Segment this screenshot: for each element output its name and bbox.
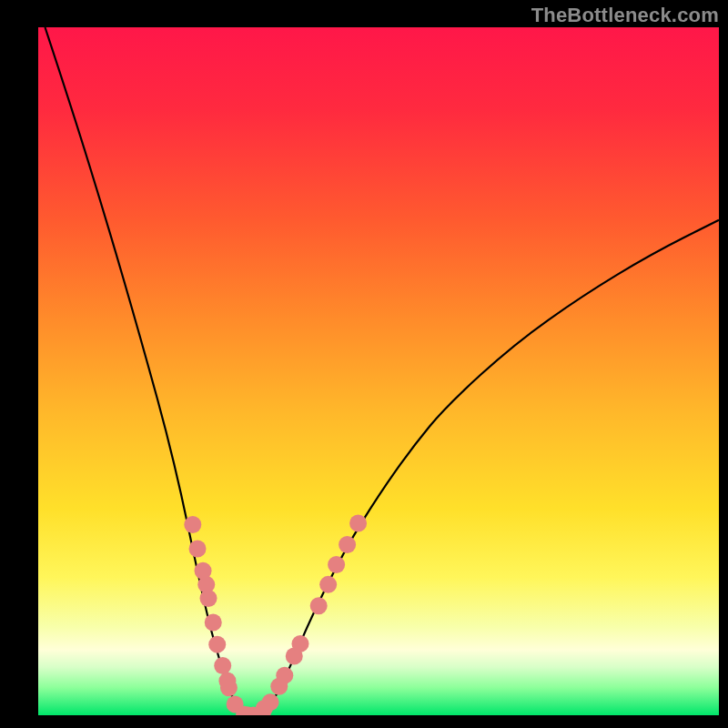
bottleneck-chart bbox=[0, 0, 728, 728]
marker-point bbox=[328, 556, 345, 573]
marker-point bbox=[220, 679, 238, 696]
marker-point bbox=[276, 667, 293, 684]
marker-point bbox=[184, 516, 201, 533]
marker-point bbox=[349, 515, 367, 532]
marker-point bbox=[339, 536, 356, 553]
chart-frame: TheBottleneck.com bbox=[0, 0, 728, 728]
gradient-background bbox=[38, 27, 719, 715]
marker-point bbox=[319, 576, 337, 593]
marker-point bbox=[310, 597, 328, 614]
marker-point bbox=[208, 636, 226, 653]
marker-point bbox=[262, 693, 279, 711]
marker-point bbox=[291, 635, 308, 652]
marker-point bbox=[205, 613, 222, 631]
marker-point bbox=[200, 590, 217, 607]
marker-point bbox=[214, 657, 231, 674]
marker-point bbox=[189, 541, 207, 558]
watermark-label: TheBottleneck.com bbox=[531, 4, 719, 27]
